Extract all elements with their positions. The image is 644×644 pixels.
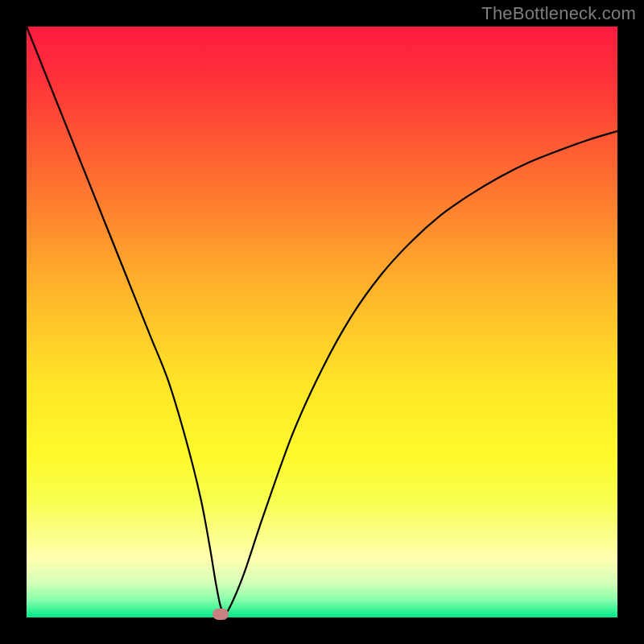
optimal-point-marker — [213, 609, 229, 620]
plot-area — [27, 27, 617, 617]
bottleneck-curve — [27, 27, 617, 617]
watermark-text: TheBottleneck.com — [481, 3, 636, 24]
chart-frame: TheBottleneck.com — [0, 0, 644, 644]
